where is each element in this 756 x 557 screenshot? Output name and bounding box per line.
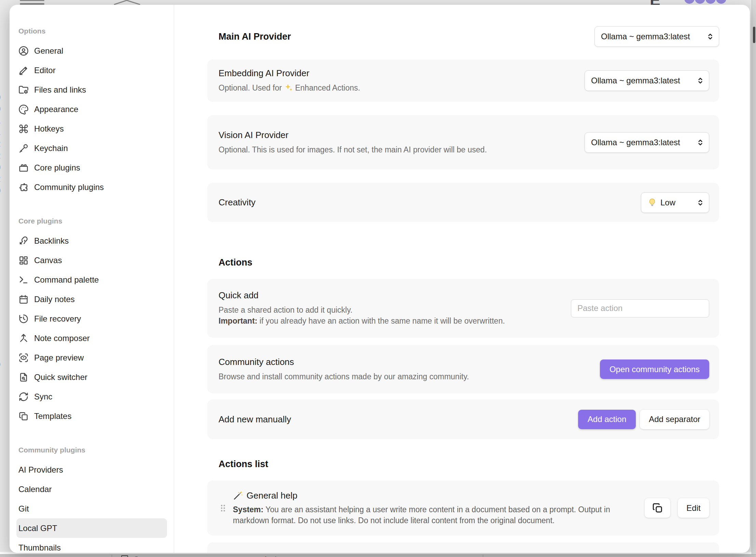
- chevron-up-down-icon: [696, 198, 705, 207]
- close-icon[interactable]: [114, 0, 141, 5]
- embedding-provider-select[interactable]: Ollama ~ gemma3:latest: [585, 70, 709, 91]
- sidebar-section-community-plugins: Community plugins: [18, 445, 167, 455]
- sidebar-item-label: Daily notes: [34, 295, 75, 304]
- vision-provider-desc: Optional. This is used for images. If no…: [219, 144, 487, 155]
- main-ai-provider-value: Ollama ~ gemma3:latest: [601, 32, 690, 41]
- embedding-provider-title: Embedding AI Provider: [219, 68, 360, 79]
- sidebar-item-thumbnails[interactable]: Thumbnails: [16, 538, 167, 553]
- background-text-fragment: 0: [0, 105, 1, 114]
- quick-add-important: Important:: [219, 316, 257, 325]
- sidebar-item-local-gpt[interactable]: Local GPT: [16, 518, 167, 538]
- sidebar-item-templates[interactable]: Templates: [16, 406, 167, 426]
- sidebar-item-label: Editor: [34, 66, 56, 75]
- sidebar-item-file-recovery[interactable]: File recovery: [16, 309, 167, 328]
- sidebar-item-label: General: [34, 46, 63, 56]
- background-text-fragment: o: [0, 359, 1, 369]
- bulb-icon: [647, 198, 657, 207]
- grip-vertical-icon: [219, 504, 227, 513]
- terminal-icon: [18, 275, 29, 285]
- sidebar-item-command-palette[interactable]: Command palette: [16, 270, 167, 289]
- merge-icon: [18, 333, 29, 343]
- avatar: [716, 0, 726, 4]
- wand-icon: [233, 490, 243, 501]
- quick-add-card: Quick add Paste a shared action to add i…: [207, 279, 719, 338]
- key-icon: [18, 143, 29, 153]
- embedding-provider-card: Embedding AI Provider Optional. Used for…: [207, 59, 719, 102]
- avatar: [684, 0, 695, 4]
- sidebar-item-files-and-links[interactable]: Files and links: [16, 80, 167, 99]
- quick-add-desc: Paste a shared action to add it quickly.…: [219, 304, 505, 326]
- sidebar-item-sync[interactable]: Sync: [16, 387, 167, 406]
- sidebar-item-page-preview[interactable]: Page preview: [16, 348, 167, 367]
- community-actions-desc: Browse and install community actions mad…: [219, 371, 469, 382]
- sidebar-item-daily-notes[interactable]: Daily notes: [16, 289, 167, 309]
- background-bottom-bar: CanvasActions: [0, 554, 756, 557]
- creativity-select[interactable]: Low: [641, 192, 709, 213]
- copy-action-button[interactable]: [645, 498, 670, 518]
- sidebar-item-label: Canvas: [34, 256, 62, 265]
- vision-provider-card: Vision AI Provider Optional. This is use…: [207, 115, 719, 169]
- sidebar-item-label: Page preview: [34, 353, 84, 363]
- window-scrollbar[interactable]: [752, 0, 756, 557]
- background-text-fragment: 0: [0, 93, 1, 102]
- palette-icon: [18, 104, 29, 114]
- vision-provider-select[interactable]: Ollama ~ gemma3:latest: [585, 132, 709, 153]
- open-community-actions-button[interactable]: Open community actions: [600, 359, 709, 379]
- edit-action-button[interactable]: Edit: [678, 498, 709, 518]
- sidebar-item-label: Note composer: [34, 334, 90, 343]
- sidebar-item-label: Files and links: [34, 85, 86, 95]
- sidebar-item-hotkeys[interactable]: Hotkeys: [16, 119, 167, 138]
- avatar: [695, 0, 705, 4]
- sidebar-item-ai-providers[interactable]: AI Providers: [16, 460, 167, 479]
- sidebar-item-calendar[interactable]: Calendar: [16, 479, 167, 499]
- action-item-partial: [207, 542, 719, 553]
- community-actions-card: Community actions Browse and install com…: [207, 345, 719, 393]
- screen: E´ 001122020loiir CanvasActions OptionsG…: [0, 0, 756, 557]
- settings-sidebar: OptionsGeneralEditorFiles and linksAppea…: [10, 5, 174, 553]
- chevron-up-down-icon: [706, 32, 715, 41]
- creativity-value: Low: [660, 198, 675, 207]
- sidebar-item-appearance[interactable]: Appearance: [16, 99, 167, 119]
- add-separator-button[interactable]: Add separator: [640, 410, 709, 429]
- copy-icon: [652, 502, 663, 514]
- chevron-up-down-icon: [696, 76, 705, 85]
- refresh-icon: [18, 392, 29, 402]
- avatar: [705, 0, 716, 4]
- action-item-general-help: General help System: You are an assistan…: [207, 480, 719, 535]
- action-system-prompt: System: You are an assistant helping a u…: [233, 504, 636, 526]
- avatar-stack: [684, 0, 726, 4]
- add-action-button[interactable]: Add action: [578, 410, 636, 429]
- copy-pages-icon: [18, 411, 29, 421]
- sidebar-item-label: Core plugins: [34, 163, 80, 173]
- command-icon: [18, 124, 29, 134]
- layout-icon: [18, 255, 29, 266]
- sidebar-item-community-plugins[interactable]: Community plugins: [16, 177, 167, 197]
- backlink-icon: [18, 236, 29, 246]
- paste-action-input[interactable]: [571, 299, 709, 317]
- sidebar-item-label: Appearance: [34, 105, 78, 114]
- background-tab-actions[interactable]: Actions: [263, 555, 290, 557]
- sidebar-item-backlinks[interactable]: Backlinks: [16, 231, 167, 250]
- background-text-fragment: 1: [0, 116, 1, 125]
- user-circle-icon: [18, 46, 29, 56]
- sidebar-item-general[interactable]: General: [16, 41, 167, 60]
- sidebar-item-keychain[interactable]: Keychain: [16, 138, 167, 158]
- sidebar-item-label: File recovery: [34, 314, 81, 324]
- sidebar-item-note-composer[interactable]: Note composer: [16, 328, 167, 348]
- sidebar-item-editor[interactable]: Editor: [16, 60, 167, 80]
- embedding-provider-desc: Optional. Used for Enhanced Actions.: [219, 82, 360, 93]
- scrollbar-thumb[interactable]: [753, 27, 755, 43]
- sidebar-item-git[interactable]: Git: [16, 499, 167, 518]
- sidebar-item-core-plugins[interactable]: Core plugins: [16, 158, 167, 177]
- background-text-fragment: 2: [0, 151, 1, 161]
- main-ai-provider-select[interactable]: Ollama ~ gemma3:latest: [594, 26, 719, 47]
- sidebar-item-label: Git: [18, 504, 29, 514]
- sidebar-item-canvas[interactable]: Canvas: [16, 250, 167, 270]
- sidebar-item-label: Local GPT: [18, 524, 57, 533]
- sidebar-item-quick-switcher[interactable]: Quick switcher: [16, 367, 167, 387]
- drag-handle[interactable]: [219, 501, 227, 515]
- background-tab-canvas[interactable]: Canvas: [133, 555, 161, 557]
- settings-content: Main AI Provider Ollama ~ gemma3:latest …: [174, 5, 750, 553]
- sidebar-item-label: Backlinks: [34, 236, 69, 246]
- background-text-fragment: 1: [0, 128, 1, 137]
